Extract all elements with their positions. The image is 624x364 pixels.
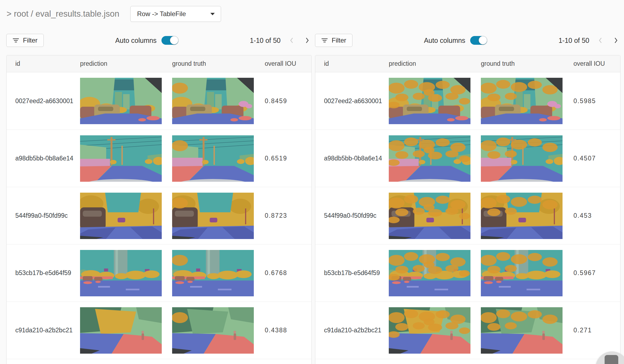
prediction-image[interactable] [80,193,162,239]
row-id: 544f99a0-f50fd99c [15,212,68,219]
table-row: a98db5bb-0b8a6e14 0.4507 [315,130,620,187]
caret-down-icon [210,13,215,15]
prediction-image[interactable] [80,135,162,182]
prediction-image[interactable] [389,250,470,296]
overall-iou-value: 0.4507 [573,155,596,162]
overall-iou-value: 0.5967 [573,269,596,276]
auto-columns-label: Auto columns [424,37,465,44]
ground-truth-image[interactable] [481,193,563,239]
table-row: c91da210-a2b2bc21 0.4388 [7,302,311,359]
prediction-image[interactable] [80,78,162,124]
overall-iou-value: 0.4388 [265,327,287,334]
row-id: 0027eed2-a6630001 [15,97,73,105]
prediction-image[interactable] [80,250,162,296]
table-row: a98db5bb-0b8a6e14 0.6519 [7,130,311,187]
row-id: c91da210-a2b2bc21 [324,327,381,334]
ground-truth-image[interactable] [172,78,254,124]
table-row: b53cb17b-e5d64f59 0.5967 [315,244,620,302]
table-header: id prediction ground truth overall IOU [315,55,620,72]
filter-button-label: Filter [332,37,346,44]
overall-iou-value: 0.5985 [573,97,596,105]
table-row: 544f99a0-f50fd99c 0.8723 [7,187,311,244]
results-table-right: id prediction ground truth overall IOU 0… [315,55,620,364]
chevron-left-icon[interactable] [288,36,296,45]
chevron-right-icon[interactable] [612,36,620,45]
column-header-id[interactable]: id [7,60,74,67]
table-row: c91da210-a2b2bc21 0.271 [315,302,620,359]
panel-right-controls: Filter Auto columns 1-10 of 50 [315,34,620,47]
prediction-image[interactable] [389,307,470,354]
filter-button[interactable]: Filter [6,34,44,47]
row-id: 544f99a0-f50fd99c [324,212,376,219]
breadcrumb[interactable]: > root / eval_results.table.json [7,9,119,19]
overall-iou-value: 0.453 [573,212,592,219]
table-row-partial [7,359,311,364]
filter-button[interactable]: Filter [315,34,352,47]
row-id: b53cb17b-e5d64f59 [324,269,380,276]
row-type-dropdown-value: Row -> TableFile [137,10,186,18]
table-row-partial [315,359,620,364]
row-id: 0027eed2-a6630001 [324,97,382,105]
column-header-ground-truth[interactable]: ground truth [475,60,567,67]
column-header-id[interactable]: id [315,60,383,67]
auto-columns-toggle[interactable] [161,36,178,45]
filter-icon [321,38,328,43]
column-header-prediction[interactable]: prediction [74,60,166,67]
ground-truth-image[interactable] [172,135,254,182]
table-row: b53cb17b-e5d64f59 0.6768 [7,244,311,302]
prediction-image[interactable] [389,193,470,239]
panel-left-controls: Filter Auto columns 1-10 of 50 [6,34,312,47]
results-table-left: id prediction ground truth overall IOU 0… [6,55,312,364]
auto-columns-toggle[interactable] [470,36,487,45]
column-header-ground-truth[interactable]: ground truth [166,60,258,67]
row-id: b53cb17b-e5d64f59 [15,269,71,276]
overall-iou-value: 0.271 [573,327,592,334]
table-row: 0027eed2-a6630001 0.5985 [315,72,620,130]
overall-iou-value: 0.8723 [265,212,287,219]
panels-container: Filter Auto columns 1-10 of 50 id [0,26,624,364]
top-bar: > root / eval_results.table.json Row -> … [0,0,624,26]
overall-iou-value: 0.6519 [265,155,287,162]
overall-iou-value: 0.8459 [265,97,287,105]
pagination-range: 1-10 of 50 [250,37,281,44]
auto-columns-label: Auto columns [115,37,157,44]
ground-truth-image[interactable] [481,307,563,354]
panel-right: Filter Auto columns 1-10 of 50 id [315,34,620,364]
row-type-dropdown[interactable]: Row -> TableFile [130,6,221,22]
column-header-prediction[interactable]: prediction [383,60,475,67]
table-header: id prediction ground truth overall IOU [7,55,311,72]
ground-truth-image[interactable] [172,307,254,354]
pagination-range: 1-10 of 50 [558,37,589,44]
ground-truth-image[interactable] [481,135,563,182]
overall-iou-value: 0.6768 [265,269,287,276]
row-id: a98db5bb-0b8a6e14 [15,155,73,162]
ground-truth-image[interactable] [481,250,563,296]
ground-truth-image[interactable] [481,78,563,124]
row-id: c91da210-a2b2bc21 [15,327,73,334]
ground-truth-image[interactable] [172,193,254,239]
row-id: a98db5bb-0b8a6e14 [324,155,382,162]
ground-truth-image[interactable] [172,250,254,296]
prediction-image[interactable] [80,307,162,354]
filter-button-label: Filter [23,37,37,44]
prediction-image[interactable] [389,135,470,182]
table-row: 544f99a0-f50fd99c 0.453 [315,187,620,244]
panel-left: Filter Auto columns 1-10 of 50 id [6,34,312,364]
column-header-overall-iou[interactable]: overall IOU [258,60,311,67]
filter-icon [13,38,19,43]
panel-handle-icon [605,355,618,364]
prediction-image[interactable] [389,78,470,124]
table-row: 0027eed2-a6630001 0.8459 [7,72,311,130]
chevron-right-icon[interactable] [303,36,311,45]
chevron-left-icon[interactable] [596,36,605,45]
column-header-overall-iou[interactable]: overall IOU [567,60,620,67]
